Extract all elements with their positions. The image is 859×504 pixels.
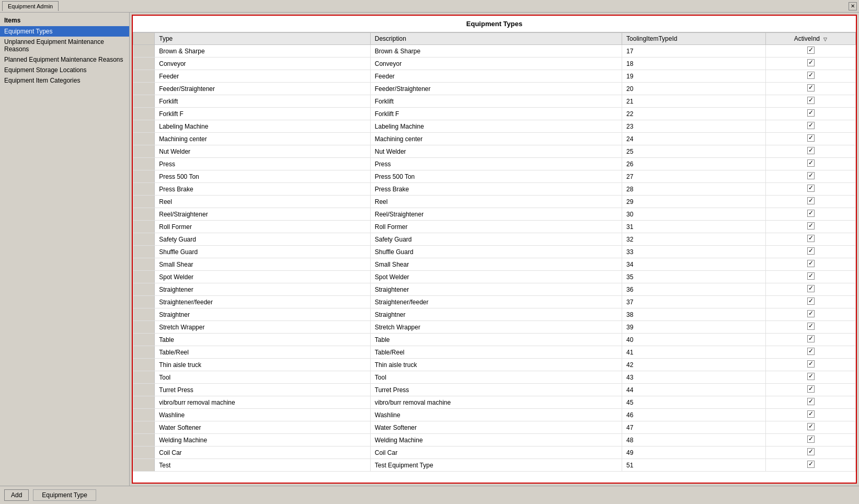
active-cell[interactable] [766,196,856,208]
table-row[interactable]: Machining centerMachining center24 [133,133,856,145]
main-window: Equipment Admin ✕ Items Equipment TypesU… [0,0,859,504]
table-row[interactable]: Brown & SharpeBrown & Sharpe17 [133,45,856,58]
table-row[interactable]: Welding MachineWelding Machine48 [133,434,856,446]
table-row[interactable]: Nut WelderNut Welder25 [133,145,856,158]
table-row[interactable]: TableTable40 [133,334,856,346]
table-row[interactable]: FeederFeeder19 [133,70,856,83]
active-cell[interactable] [766,308,856,321]
active-cell[interactable] [766,346,856,359]
table-row[interactable]: ForkliftForklift21 [133,95,856,108]
table-row[interactable]: Roll FormerRoll Former31 [133,221,856,233]
col-tooling-header[interactable]: ToolingItemTypeId [622,33,766,45]
table-row[interactable]: Shuffle GuardShuffle Guard33 [133,246,856,258]
active-cell[interactable] [766,271,856,283]
active-cell[interactable] [766,296,856,308]
active-cell[interactable] [766,334,856,346]
row-selector-cell [133,396,155,409]
tooling-cell: 30 [622,208,766,221]
row-selector-cell [133,158,155,170]
active-cell[interactable] [766,120,856,133]
col-active-header[interactable]: ActiveInd ▽ [766,33,856,45]
sidebar-item-item-categories[interactable]: Equipment Item Categories [0,75,129,86]
active-cell[interactable] [766,83,856,95]
table-row[interactable]: Thin aisle truckThin aisle truck42 [133,359,856,371]
type-cell: Straightener [155,283,371,296]
table-container[interactable]: Type Description ToolingItemTypeId Activ… [133,32,856,483]
active-cell[interactable] [766,409,856,421]
table-row[interactable]: Spot WelderSpot Welder35 [133,271,856,283]
tooling-cell: 40 [622,334,766,346]
table-row[interactable]: Safety GuardSafety Guard32 [133,233,856,246]
tooling-cell: 44 [622,384,766,396]
sidebar-item-equipment-types[interactable]: Equipment Types [0,26,129,37]
table-row[interactable]: ToolTool43 [133,371,856,384]
table-row[interactable]: Stretch WrapperStretch Wrapper39 [133,321,856,334]
active-cell[interactable] [766,459,856,472]
active-cell[interactable] [766,258,856,271]
content-area: Equipment Types Type Description Tooling… [132,15,857,484]
checkbox-checked-icon [807,222,815,230]
table-row[interactable]: Water SoftenerWater Softener47 [133,421,856,434]
table-row[interactable]: Coil CarCoil Car49 [133,446,856,459]
active-cell[interactable] [766,95,856,108]
type-cell: Straightener/feeder [155,296,371,308]
checkbox-checked-icon [807,134,815,142]
active-cell[interactable] [766,421,856,434]
row-selector-cell [133,196,155,208]
table-row[interactable]: Turret PressTurret Press44 [133,384,856,396]
table-row[interactable]: PressPress26 [133,158,856,170]
active-cell[interactable] [766,208,856,221]
table-row[interactable]: Feeder/StraightenerFeeder/Straightener20 [133,83,856,95]
active-cell[interactable] [766,384,856,396]
active-cell[interactable] [766,133,856,145]
active-cell[interactable] [766,434,856,446]
active-cell[interactable] [766,45,856,58]
sidebar-item-unplanned-maintenance[interactable]: Unplanned Equipment Maintenance Reasons [0,37,129,54]
active-cell[interactable] [766,183,856,196]
table-row[interactable]: Small ShearSmall Shear34 [133,258,856,271]
active-cell[interactable] [766,158,856,170]
table-row[interactable]: ReelReel29 [133,196,856,208]
table-row[interactable]: StraightnerStraightner38 [133,308,856,321]
active-cell[interactable] [766,283,856,296]
table-row[interactable]: Reel/StraightenerReel/Straightener30 [133,208,856,221]
col-type-header[interactable]: Type [155,33,371,45]
table-row[interactable]: Press BrakePress Brake28 [133,183,856,196]
table-row[interactable]: ConveyorConveyor18 [133,58,856,70]
table-row[interactable]: Straightener/feederStraightener/feeder37 [133,296,856,308]
active-cell[interactable] [766,221,856,233]
table-row[interactable]: StraightenerStraightener36 [133,283,856,296]
table-row[interactable]: Forklift FForklift F22 [133,108,856,120]
active-cell[interactable] [766,359,856,371]
active-cell[interactable] [766,70,856,83]
table-row[interactable]: WashlineWashline46 [133,409,856,421]
active-cell[interactable] [766,396,856,409]
checkbox-checked-icon [807,461,815,468]
active-cell[interactable] [766,108,856,120]
sidebar-item-planned-maintenance[interactable]: Planned Equipment Maintenance Reasons [0,54,129,65]
sidebar-item-storage-locations[interactable]: Equipment Storage Locations [0,65,129,75]
table-row[interactable]: Labeling MachineLabeling Machine23 [133,120,856,133]
active-cell[interactable] [766,246,856,258]
description-cell: Nut Welder [370,145,622,158]
type-cell: Forklift F [155,108,371,120]
table-row[interactable]: Table/ReelTable/Reel41 [133,346,856,359]
table-row[interactable]: TestTest Equipment Type51 [133,459,856,472]
active-cell[interactable] [766,145,856,158]
active-cell[interactable] [766,371,856,384]
active-cell[interactable] [766,321,856,334]
checkbox-checked-icon [807,323,815,330]
type-cell: Conveyor [155,58,371,70]
col-desc-header[interactable]: Description [370,33,622,45]
close-button[interactable]: ✕ [849,2,857,10]
type-cell: Coil Car [155,446,371,459]
active-cell[interactable] [766,446,856,459]
active-cell[interactable] [766,58,856,70]
active-cell[interactable] [766,170,856,183]
table-row[interactable]: vibro/burr removal machinevibro/burr rem… [133,396,856,409]
footer: Add Equipment Type [0,486,859,504]
row-selector-cell [133,283,155,296]
active-cell[interactable] [766,233,856,246]
table-row[interactable]: Press 500 TonPress 500 Ton27 [133,170,856,183]
add-button[interactable]: Add [4,489,29,501]
